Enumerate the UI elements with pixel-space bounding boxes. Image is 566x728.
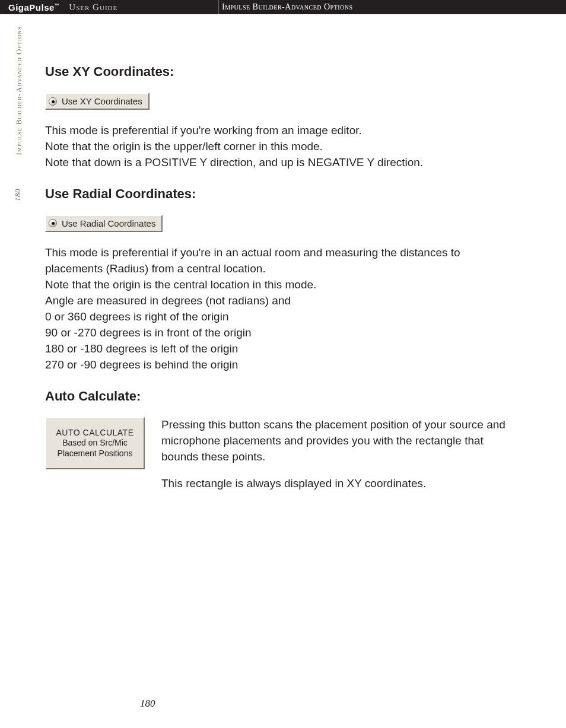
heading-auto-calc: Auto Calculate: [45, 389, 520, 404]
heading-use-xy: Use XY Coordinates: [45, 64, 520, 80]
side-page-number: 180 [13, 189, 23, 201]
radio-use-radial[interactable]: Use Radial Coordinates [45, 215, 163, 232]
radio-use-radial-label: Use Radial Coordinates [62, 218, 155, 228]
radio-use-xy-label: Use XY Coordinates [62, 96, 142, 106]
body-use-xy: This mode is preferential if you're work… [45, 123, 520, 171]
radio-use-xy[interactable]: Use XY Coordinates [45, 93, 150, 110]
header-section-title: Impulse Builder-Advanced Options [222, 0, 353, 14]
auto-calc-para1: Pressing this button scans the placement… [161, 417, 520, 465]
auto-calc-line3: Placement Positions [50, 449, 140, 459]
auto-calc-row: AUTO CALCULATE Based on Src/Mic Placemen… [45, 417, 520, 503]
auto-calc-text: Pressing this button scans the placement… [161, 417, 520, 503]
auto-calc-line2: Based on Src/Mic [50, 438, 140, 449]
trademark: ™ [55, 3, 60, 8]
radio-dot-icon [49, 219, 57, 227]
heading-use-radial: Use Radial Coordinates: [45, 186, 520, 202]
auto-calculate-button[interactable]: AUTO CALCULATE Based on Src/Mic Placemen… [45, 417, 145, 470]
side-section-tab: Impulse Builder-Advanced Options [14, 26, 24, 155]
header-divider [218, 0, 219, 14]
auto-calc-line1: AUTO CALCULATE [50, 428, 140, 438]
header-bar: GigaPulse™ User Guide Impulse Builder-Ad… [0, 0, 566, 14]
doc-type: User Guide [59, 2, 117, 12]
page-content: Use XY Coordinates: Use XY Coordinates T… [45, 64, 520, 503]
auto-calc-para2: This rectangle is always displayed in XY… [161, 476, 520, 492]
body-use-radial: This mode is preferential if you're in a… [45, 245, 520, 373]
brand-logo: GigaPulse™ [0, 2, 59, 12]
footer-page-number: 180 [140, 698, 155, 710]
radio-dot-icon [49, 97, 57, 106]
brand-name: GigaPulse [8, 2, 55, 12]
